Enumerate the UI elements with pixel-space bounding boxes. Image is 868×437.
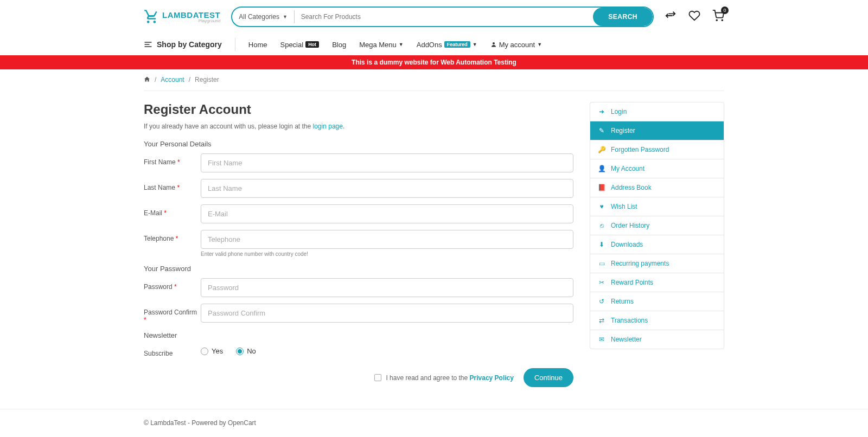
label-subscribe: Subscribe — [144, 345, 201, 357]
label-password-confirm: Password Confirm * — [144, 304, 201, 324]
demo-banner: This is a dummy website for Web Automati… — [0, 55, 868, 69]
user-icon — [490, 41, 497, 48]
category-select[interactable]: All Categories ▼ — [232, 10, 295, 23]
logo[interactable]: LAMBDATEST Playground — [144, 9, 220, 24]
svg-point-0 — [716, 20, 717, 21]
envelope-icon: ✉ — [598, 336, 605, 343]
last-name-input[interactable] — [201, 179, 573, 198]
svg-point-2 — [493, 42, 495, 44]
label-telephone: Telephone * — [144, 230, 201, 242]
nav-my-account[interactable]: My account▼ — [490, 41, 542, 49]
sidebar-newsletter[interactable]: ✉Newsletter — [590, 330, 724, 349]
shop-cat-label: Shop by Category — [157, 40, 222, 49]
sidebar-recurring[interactable]: ▭Recurring payments — [590, 254, 724, 273]
reward-icon: ✂ — [598, 279, 605, 286]
logo-sub: Playground — [162, 19, 220, 23]
privacy-policy-link[interactable]: Privacy Policy — [470, 374, 514, 382]
compare-icon[interactable] — [665, 10, 676, 24]
search-container: All Categories ▼ SEARCH — [231, 7, 654, 27]
login-page-link[interactable]: login page — [313, 123, 343, 130]
nav-special[interactable]: SpecialHot — [280, 41, 319, 49]
agree-checkbox-row[interactable]: I have read and agree to the Privacy Pol… — [374, 374, 514, 382]
shop-by-category[interactable]: Shop by Category — [144, 40, 222, 49]
radio-icon — [236, 348, 244, 355]
sidebar-wish-list[interactable]: ♥Wish List — [590, 197, 724, 216]
label-first-name: First Name * — [144, 153, 201, 166]
chevron-down-icon: ▼ — [283, 14, 288, 20]
return-icon: ↺ — [598, 298, 605, 305]
history-icon: ⎋ — [598, 222, 605, 229]
heart-icon: ♥ — [598, 203, 605, 210]
breadcrumb-account[interactable]: Account — [161, 76, 184, 84]
breadcrumb-home[interactable] — [144, 76, 150, 84]
register-icon: ✎ — [598, 127, 605, 134]
email-input[interactable] — [201, 204, 573, 223]
cart-logo-icon — [144, 9, 159, 24]
login-icon: ➜ — [598, 108, 605, 115]
svg-point-1 — [722, 20, 723, 21]
sidebar-register[interactable]: ✎Register — [590, 121, 724, 140]
home-icon — [144, 76, 150, 82]
continue-button[interactable]: Continue — [524, 368, 573, 387]
sidebar-menu: ➜Login ✎Register 🔑Forgotten Password 👤My… — [590, 102, 724, 349]
book-icon: 📕 — [598, 184, 605, 191]
label-password: Password * — [144, 278, 201, 291]
phone-help: Enter valid phone number with country co… — [201, 251, 573, 257]
footer-copyright: © LambdaTest - Powered by OpenCart — [144, 419, 724, 427]
password-input[interactable] — [201, 278, 573, 297]
search-button[interactable]: SEARCH — [593, 8, 653, 26]
logo-main: LAMBDATEST — [162, 11, 220, 19]
nav-divider — [235, 38, 235, 51]
exchange-icon: ⇄ — [598, 317, 605, 324]
nav-addons[interactable]: AddOnsFeatured▼ — [417, 41, 477, 49]
chevron-down-icon: ▼ — [537, 42, 542, 47]
sidebar-address-book[interactable]: 📕Address Book — [590, 178, 724, 197]
search-input[interactable] — [295, 13, 593, 21]
user-icon: 👤 — [598, 165, 605, 172]
sidebar-my-account[interactable]: 👤My Account — [590, 159, 724, 178]
nav-home[interactable]: Home — [248, 41, 267, 49]
intro-text: If you already have an account with us, … — [144, 123, 573, 130]
sidebar-transactions[interactable]: ⇄Transactions — [590, 311, 724, 330]
cart-count: 0 — [721, 7, 729, 14]
nav-blog[interactable]: Blog — [332, 41, 346, 49]
breadcrumb-register: Register — [195, 76, 219, 84]
checkbox-icon — [374, 374, 381, 381]
radio-no[interactable]: No — [236, 347, 256, 355]
radio-yes[interactable]: Yes — [201, 347, 223, 355]
sidebar-downloads[interactable]: ⬇Downloads — [590, 235, 724, 254]
section-newsletter: Newsletter — [144, 331, 573, 339]
agree-text: I have read and agree to the Privacy Pol… — [386, 374, 514, 382]
card-icon: ▭ — [598, 260, 605, 267]
category-label: All Categories — [239, 13, 279, 21]
password-confirm-input[interactable] — [201, 304, 573, 323]
sidebar-login[interactable]: ➜Login — [590, 102, 724, 121]
section-password: Your Password — [144, 265, 573, 273]
chevron-down-icon: ▼ — [473, 42, 477, 47]
sidebar-reward-points[interactable]: ✂Reward Points — [590, 273, 724, 292]
radio-icon — [201, 348, 208, 355]
sidebar-returns[interactable]: ↺Returns — [590, 292, 724, 311]
key-icon: 🔑 — [598, 146, 605, 153]
telephone-input[interactable] — [201, 230, 573, 249]
wishlist-icon[interactable] — [688, 10, 700, 24]
section-personal: Your Personal Details — [144, 140, 573, 148]
download-icon: ⬇ — [598, 241, 605, 248]
menu-icon — [144, 40, 152, 49]
first-name-input[interactable] — [201, 153, 573, 172]
chevron-down-icon: ▼ — [399, 42, 404, 47]
label-last-name: Last Name * — [144, 179, 201, 191]
nav-mega-menu[interactable]: Mega Menu▼ — [359, 41, 404, 49]
label-email: E-Mail * — [144, 204, 201, 217]
cart-icon[interactable]: 0 — [712, 10, 724, 24]
sidebar-order-history[interactable]: ⎋Order History — [590, 216, 724, 235]
sidebar-forgotten-password[interactable]: 🔑Forgotten Password — [590, 140, 724, 159]
breadcrumb: / Account / Register — [144, 69, 724, 91]
page-title: Register Account — [144, 102, 573, 117]
